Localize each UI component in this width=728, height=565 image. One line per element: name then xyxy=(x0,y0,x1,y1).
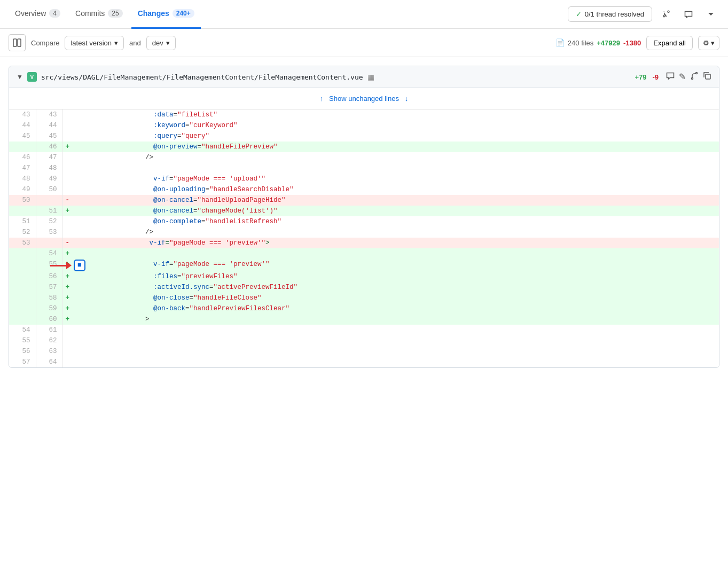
file-deletions: -9 xyxy=(652,73,659,81)
thread-resolved-button[interactable]: ✓ 0/1 thread resolved xyxy=(568,6,652,22)
branch-icon-btn[interactable] xyxy=(657,6,675,23)
old-line-num: 56 xyxy=(9,346,36,357)
tab-changes[interactable]: Changes 240+ xyxy=(131,0,201,29)
diff-wrapper: 4343 :data="fileList"4444 :keyword="curK… xyxy=(9,109,719,367)
new-line-num: 52 xyxy=(36,216,62,227)
tab-commits[interactable]: Commits 25 xyxy=(69,0,129,29)
line-type-indicator xyxy=(62,120,72,131)
line-type-indicator: + xyxy=(62,142,72,152)
line-type-indicator: + xyxy=(62,206,72,216)
line-code: @on-cancel="changeMode('list')" xyxy=(87,206,719,216)
line-code: /> xyxy=(87,227,719,238)
line-code: v-if="pageMode === 'preview'" xyxy=(87,259,719,271)
old-line-num: 47 xyxy=(9,163,36,174)
line-type-indicator xyxy=(62,325,72,335)
edit-action-icon[interactable]: ✎ xyxy=(679,72,686,82)
table-row: 5253 /> xyxy=(9,227,719,238)
line-comment-icon[interactable]: ■ xyxy=(74,260,85,271)
old-line-num xyxy=(9,314,36,325)
line-code: :query="query" xyxy=(87,131,719,142)
compare-label: Compare xyxy=(31,39,59,47)
settings-chevron-icon: ▾ xyxy=(711,39,715,47)
file-collapse-icon[interactable]: ▼ xyxy=(17,73,23,81)
diff-file-path: src/views/DAGL/FileManagement/FileManage… xyxy=(41,73,363,81)
line-type-indicator xyxy=(62,335,72,346)
collapse-icon-btn[interactable] xyxy=(702,6,719,23)
line-type-indicator: + xyxy=(62,271,72,282)
line-code: @on-close="handleFileClose" xyxy=(87,293,719,303)
table-row: 5152 @on-complete="handleListRefresh" xyxy=(9,216,719,227)
compare-icon[interactable] xyxy=(9,34,26,51)
expand-all-button[interactable]: Expand all xyxy=(646,36,693,50)
tab-overview[interactable]: Overview 4 xyxy=(9,0,67,29)
comment-bubble-cell xyxy=(72,293,87,303)
comment-bubble-cell xyxy=(72,248,87,259)
comment-bubble-cell xyxy=(72,357,87,367)
table-row: 4849 v-if="pageMode === 'upload'" xyxy=(9,174,719,184)
line-type-indicator xyxy=(62,184,72,195)
version-chevron-icon: ▾ xyxy=(114,39,118,47)
comment-bubble-cell xyxy=(72,109,87,120)
file-count-area: 📄 240 files +47929 -1380 xyxy=(555,38,641,47)
comment-action-icon[interactable] xyxy=(666,72,675,82)
diff-file-header: ▼ V src/views/DAGL/FileManagement/FileMa… xyxy=(9,66,719,88)
table-row: 56+ :files="previewFiles" xyxy=(9,271,719,282)
diff-table: 4343 :data="fileList"4444 :keyword="curK… xyxy=(9,109,719,367)
changes-label: Changes xyxy=(138,9,169,18)
show-unchanged-lines[interactable]: ↑ Show unchanged lines ↓ xyxy=(9,88,719,109)
line-type-indicator xyxy=(62,152,72,163)
settings-dropdown[interactable]: ⚙ ▾ xyxy=(698,36,719,50)
version-dropdown[interactable]: latest version ▾ xyxy=(65,36,124,50)
line-code: @on-back="handlePreviewFilesClear" xyxy=(87,303,719,314)
new-line-num: 43 xyxy=(36,109,62,120)
old-line-num: 51 xyxy=(9,216,36,227)
line-code xyxy=(87,325,719,335)
line-code xyxy=(87,346,719,357)
down-arrow-icon: ↓ xyxy=(405,95,409,103)
line-code: :keyword="curKeyword" xyxy=(87,120,719,131)
table-row: 5764 xyxy=(9,357,719,367)
line-type-indicator: - xyxy=(62,195,72,206)
line-code xyxy=(87,248,719,259)
line-type-indicator: + xyxy=(62,293,72,303)
comment-bubble-cell xyxy=(72,227,87,238)
line-type-indicator: - xyxy=(62,238,72,248)
old-line-num xyxy=(9,259,36,271)
table-row: 4647 /> xyxy=(9,152,719,163)
line-type-indicator: + xyxy=(62,248,72,259)
comment-bubble-cell xyxy=(72,238,87,248)
table-row: 5562 xyxy=(9,335,719,346)
deletions-count: -1380 xyxy=(623,39,641,47)
table-row: 4444 :keyword="curKeyword" xyxy=(9,120,719,131)
table-row: 5663 xyxy=(9,346,719,357)
old-line-num: 49 xyxy=(9,184,36,195)
changes-badge: 240+ xyxy=(173,9,194,18)
new-line-num: 58 xyxy=(36,293,62,303)
line-type-indicator xyxy=(62,109,72,120)
branch-action-icon[interactable] xyxy=(690,72,699,82)
file-additions: +79 xyxy=(635,73,647,81)
comment-bubble-cell xyxy=(72,206,87,216)
line-code xyxy=(87,163,719,174)
comment-bubble-cell xyxy=(72,303,87,314)
copy-path-icon[interactable]: ▦ xyxy=(367,73,374,81)
branch-dropdown[interactable]: dev ▾ xyxy=(146,36,176,50)
old-line-num xyxy=(9,206,36,216)
diff-action-icons: ✎ xyxy=(666,72,711,82)
comment-bubble-cell xyxy=(72,174,87,184)
copy-action-icon[interactable] xyxy=(703,72,711,82)
table-row: 60+ > xyxy=(9,314,719,325)
toolbar: Compare latest version ▾ and dev ▾ 📄 240… xyxy=(0,29,728,57)
table-row: 50- @on-cancel="handleUploadPageHide" xyxy=(9,195,719,206)
table-row: 4748 xyxy=(9,163,719,174)
line-type-indicator: + xyxy=(62,303,72,314)
line-type-indicator xyxy=(62,131,72,142)
tabs-right: ✓ 0/1 thread resolved xyxy=(568,6,719,23)
check-circle-icon: ✓ xyxy=(576,10,582,18)
line-code: > xyxy=(87,314,719,325)
comment-icon-btn[interactable] xyxy=(680,6,697,23)
old-line-num: 45 xyxy=(9,131,36,142)
new-line-num: 50 xyxy=(36,184,62,195)
svg-rect-0 xyxy=(13,39,17,46)
new-line-num: 49 xyxy=(36,174,62,184)
